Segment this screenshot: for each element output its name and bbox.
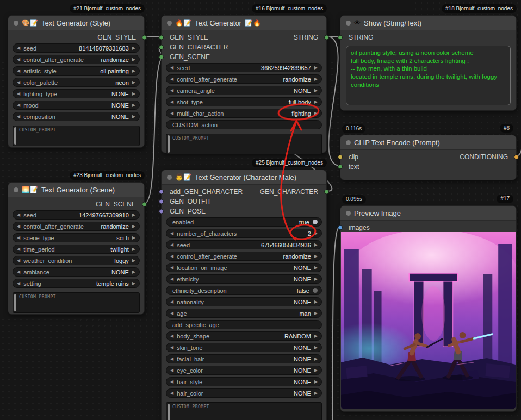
decrement-icon[interactable]: ◀ [17, 259, 20, 263]
decrement-icon[interactable]: ◀ [170, 300, 173, 304]
node-title-bar[interactable]: 👁 Show (String/Text) [340, 16, 516, 30]
increment-icon[interactable]: ▶ [314, 380, 318, 384]
node-text-generator-main[interactable]: 🔥📝 Text Generator 📝🔥 GEN_STYLE STRING GE… [161, 15, 327, 153]
increment-icon[interactable]: ▶ [314, 77, 318, 82]
increment-icon[interactable]: ▶ [132, 236, 135, 240]
collapse-toggle[interactable] [14, 187, 18, 192]
decrement-icon[interactable]: ◀ [17, 213, 20, 217]
node-title-bar[interactable]: Preview Image [340, 206, 516, 221]
decrement-icon[interactable]: ◀ [170, 334, 173, 338]
collapse-toggle[interactable] [167, 21, 172, 26]
decrement-icon[interactable]: ◀ [170, 277, 173, 281]
decrement-icon[interactable]: ◀ [170, 100, 173, 104]
textarea-scrollbar[interactable] [168, 135, 170, 153]
decrement-icon[interactable]: ◀ [170, 266, 173, 270]
widget-hair-style[interactable]: ◀ hair_style NONE ▶ [166, 377, 322, 386]
decrement-icon[interactable]: ◀ [170, 380, 173, 384]
widget-seed[interactable]: ◀ seed 675466055834936 ▶ [166, 240, 322, 249]
widget-ethnicity-description[interactable]: ethnicity_description false [166, 286, 322, 295]
node-show-string-text[interactable]: 👁 Show (String/Text) STRING oil painting… [340, 15, 517, 111]
input-port-images[interactable] [338, 225, 343, 230]
widget-multi-char-action[interactable]: ◀ multi_char_action fighting ▶ [166, 109, 322, 118]
increment-icon[interactable]: ▶ [132, 259, 135, 263]
input-port-clip[interactable] [338, 155, 343, 160]
widget-custom-action[interactable]: CUSTOM_action [166, 120, 322, 129]
decrement-icon[interactable]: ◀ [17, 46, 20, 51]
widget-seed[interactable]: ◀ seed 366259942839657 ▶ [166, 63, 322, 72]
increment-icon[interactable]: ▶ [132, 281, 135, 286]
decrement-icon[interactable]: ◀ [17, 270, 20, 274]
decrement-icon[interactable]: ◀ [17, 80, 20, 85]
toggle-knob[interactable] [313, 288, 318, 293]
widget-add-specific-age[interactable]: add_specific_age [166, 320, 322, 329]
increment-icon[interactable]: ▶ [314, 357, 318, 361]
decrement-icon[interactable]: ◀ [170, 243, 173, 247]
toggle-knob[interactable] [313, 220, 318, 224]
increment-icon[interactable]: ▶ [314, 100, 318, 104]
input-port-string[interactable] [338, 35, 343, 40]
increment-icon[interactable]: ▶ [314, 311, 318, 316]
widget-age[interactable]: ◀ age man ▶ [166, 309, 322, 318]
widget-control-after-generate[interactable]: ◀ control_after_generate randomize ▶ [13, 222, 140, 231]
input-port-gen-style[interactable] [159, 35, 164, 40]
increment-icon[interactable]: ▶ [132, 58, 135, 62]
widget-artistic-style[interactable]: ◀ artistic_style oil painting ▶ [13, 66, 140, 76]
widget-composition[interactable]: ◀ composition NONE ▶ [13, 112, 140, 121]
collapse-toggle[interactable] [346, 140, 351, 145]
widget-enabled[interactable]: enabled true [166, 217, 322, 227]
widget-ethnicity[interactable]: ◀ ethnicity NONE ▶ [166, 274, 322, 284]
output-port-conditioning[interactable] [514, 155, 519, 160]
widget-location-on-image[interactable]: ◀ location_on_image NONE ▶ [166, 263, 322, 272]
increment-icon[interactable]: ▶ [314, 231, 318, 236]
collapse-toggle[interactable] [167, 175, 172, 180]
generated-text-display[interactable]: oil painting style, using a neon color s… [346, 46, 511, 105]
collapse-toggle[interactable] [14, 21, 18, 26]
increment-icon[interactable]: ▶ [132, 115, 135, 119]
node-title-bar[interactable]: CLIP Text Encode (Prompt) [340, 135, 516, 150]
widget-setting[interactable]: ◀ setting temple ruins ▶ [13, 279, 140, 288]
decrement-icon[interactable]: ◀ [170, 111, 173, 116]
widget-hair-color[interactable]: ◀ hair_color NONE ▶ [166, 388, 322, 398]
node-graph-canvas[interactable]: #21 Bjornulf_custom_nodes #16 Bjornulf_c… [0, 0, 521, 420]
output-port-gen-scene[interactable] [142, 202, 147, 207]
decrement-icon[interactable]: ◀ [170, 77, 173, 82]
collapse-toggle[interactable] [346, 211, 351, 216]
decrement-icon[interactable]: ◀ [170, 311, 173, 316]
decrement-icon[interactable]: ◀ [170, 89, 173, 93]
node-title-bar[interactable]: 🌅📝 Text Generator (Scene) [8, 183, 144, 197]
increment-icon[interactable]: ▶ [314, 346, 318, 350]
increment-icon[interactable]: ▶ [132, 69, 135, 73]
widget-control-after-generate[interactable]: ◀ control_after_generate randomize ▶ [166, 252, 322, 261]
increment-icon[interactable]: ▶ [132, 103, 135, 108]
widget-body-shape[interactable]: ◀ body_shape RANDOM ▶ [166, 331, 322, 341]
output-port-gen-style[interactable] [142, 35, 147, 40]
custom-prompt-textarea[interactable]: CUSTOM_PROMPT [13, 292, 140, 313]
increment-icon[interactable]: ▶ [132, 46, 135, 51]
increment-icon[interactable]: ▶ [314, 368, 318, 373]
custom-prompt-textarea[interactable]: CUSTOM_PROMPT [166, 134, 322, 154]
decrement-icon[interactable]: ◀ [170, 357, 173, 361]
increment-icon[interactable]: ▶ [314, 111, 318, 116]
widget-mood[interactable]: ◀ mood NONE ▶ [13, 101, 140, 110]
textarea-scrollbar[interactable] [168, 404, 170, 420]
decrement-icon[interactable]: ◀ [17, 224, 20, 229]
decrement-icon[interactable]: ◀ [17, 69, 20, 73]
decrement-icon[interactable]: ◀ [17, 281, 20, 286]
increment-icon[interactable]: ▶ [314, 243, 318, 247]
widget-eye-color[interactable]: ◀ eye_color NONE ▶ [166, 366, 322, 375]
node-text-generator-style[interactable]: 🎨📝 Text Generator (Style) GEN_STYLE ◀ se… [8, 15, 145, 148]
widget-color-palette[interactable]: ◀ color_palette neon ▶ [13, 78, 140, 87]
node-title-bar[interactable]: 🎨📝 Text Generator (Style) [8, 16, 144, 30]
custom-prompt-textarea[interactable]: CUSTOM_PROMPT [166, 402, 322, 420]
increment-icon[interactable]: ▶ [132, 80, 135, 85]
increment-icon[interactable]: ▶ [314, 66, 318, 70]
widget-time-period[interactable]: ◀ time_period twilight ▶ [13, 245, 140, 254]
widget-nationality[interactable]: ◀ nationality NONE ▶ [166, 297, 322, 306]
decrement-icon[interactable]: ◀ [170, 391, 173, 396]
decrement-icon[interactable]: ◀ [17, 103, 20, 108]
node-clip-text-encode[interactable]: CLIP Text Encode (Prompt) clip CONDITION… [340, 135, 517, 180]
node-text-generator-character-male[interactable]: 👨📝 Text Generator (Character Male) add_G… [161, 170, 327, 420]
increment-icon[interactable]: ▶ [314, 277, 318, 281]
custom-prompt-textarea[interactable]: CUSTOM_PROMPT [13, 126, 140, 146]
decrement-icon[interactable]: ◀ [170, 66, 173, 70]
